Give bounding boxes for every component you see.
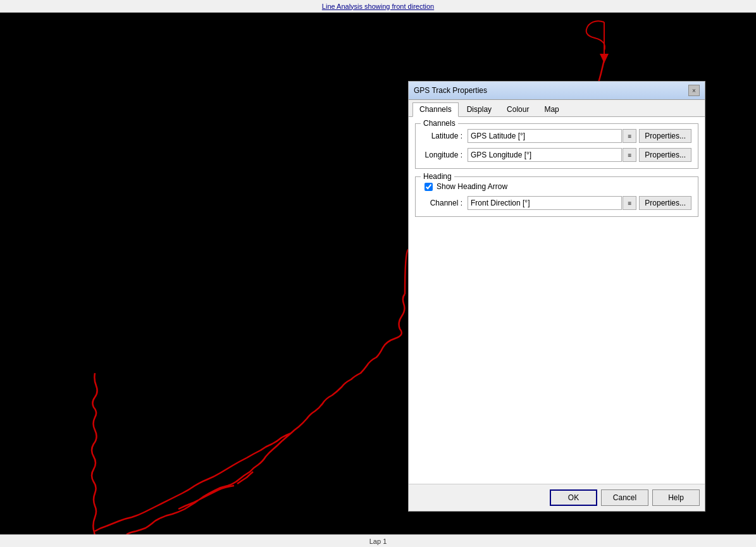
dialog-title: GPS Track Properties <box>414 86 487 95</box>
longitude-label: Longitude : <box>422 151 468 159</box>
latitude-input[interactable] <box>468 129 622 143</box>
channels-group: Channels Latitude : ≡ Properties... Long… <box>415 123 698 169</box>
latitude-label: Latitude : <box>422 132 468 140</box>
tab-map[interactable]: Map <box>537 102 566 116</box>
heading-channel-row: Channel : ≡ Properties... <box>422 196 691 210</box>
direction-arrow <box>586 21 609 63</box>
tabs-bar: Channels Display Colour Map <box>409 100 705 117</box>
dialog-footer: OK Cancel Help <box>409 484 705 511</box>
latitude-row: Latitude : ≡ Properties... <box>422 129 691 143</box>
title-text: Line Analysis showing front direction <box>322 3 434 10</box>
heading-channel-icon-button[interactable]: ≡ <box>623 196 636 210</box>
longitude-channel-icon-button[interactable]: ≡ <box>623 148 636 162</box>
heading-channel-properties-button[interactable]: Properties... <box>639 196 691 210</box>
latitude-channel-icon-button[interactable]: ≡ <box>623 129 636 143</box>
longitude-row: Longitude : ≡ Properties... <box>422 148 691 162</box>
tab-colour[interactable]: Colour <box>500 102 536 116</box>
dialog-content: Channels Latitude : ≡ Properties... Long… <box>409 117 705 484</box>
heading-channel-label: Channel : <box>422 199 468 207</box>
gps-track-properties-dialog: GPS Track Properties × Channels Display … <box>408 81 705 512</box>
heading-group: Heading Show Heading Arrow Channel : ≡ P… <box>415 176 698 217</box>
tab-channels[interactable]: Channels <box>412 102 459 117</box>
title-bar: Line Analysis showing front direction <box>0 0 756 13</box>
cancel-button[interactable]: Cancel <box>601 489 648 506</box>
heading-group-title: Heading <box>421 172 454 181</box>
gps-track-path <box>92 294 405 534</box>
channels-group-title: Channels <box>421 119 458 128</box>
longitude-input[interactable] <box>468 148 622 162</box>
tab-display[interactable]: Display <box>460 102 499 116</box>
longitude-properties-button[interactable]: Properties... <box>639 148 691 162</box>
ok-button[interactable]: OK <box>550 489 597 506</box>
latitude-properties-button[interactable]: Properties... <box>639 129 691 143</box>
status-text: Lap 1 <box>369 538 387 545</box>
show-heading-arrow-row: Show Heading Arrow <box>422 182 691 191</box>
help-button[interactable]: Help <box>652 489 700 506</box>
dialog-close-button[interactable]: × <box>688 85 700 96</box>
status-bar: Lap 1 <box>0 534 756 547</box>
dialog-titlebar: GPS Track Properties × <box>409 82 705 100</box>
show-heading-arrow-label: Show Heading Arrow <box>437 182 507 191</box>
show-heading-arrow-checkbox[interactable] <box>424 183 433 191</box>
heading-channel-input[interactable] <box>468 196 622 210</box>
